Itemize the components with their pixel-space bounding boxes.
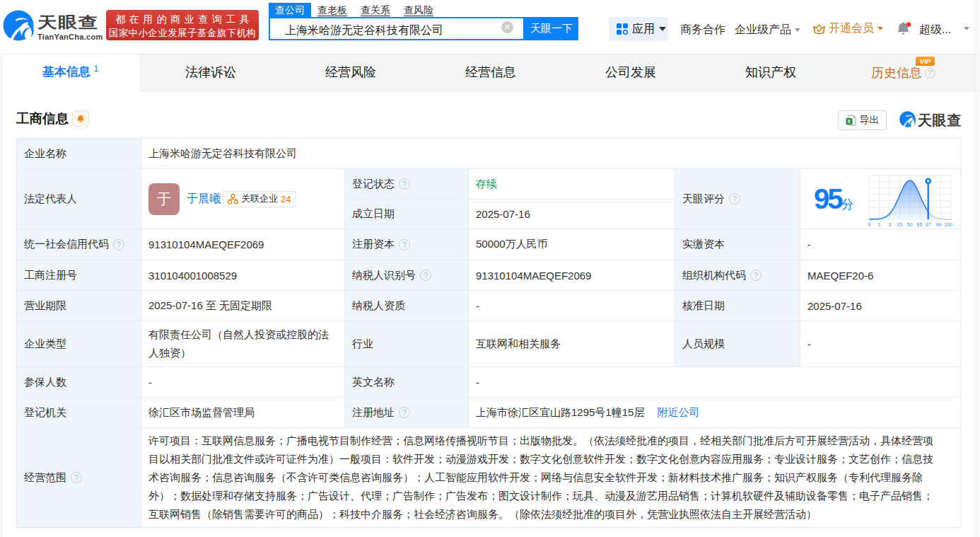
svg-text:3: 3: [888, 222, 891, 227]
svg-text:50: 50: [907, 222, 913, 227]
svg-text:97: 97: [926, 222, 931, 227]
svg-text:0: 0: [868, 222, 871, 227]
svg-text:15: 15: [897, 222, 902, 227]
svg-text:99: 99: [936, 222, 942, 227]
svg-text:85: 85: [917, 222, 923, 227]
svg-text:1: 1: [877, 222, 880, 227]
svg-text:100: 100: [944, 222, 952, 227]
